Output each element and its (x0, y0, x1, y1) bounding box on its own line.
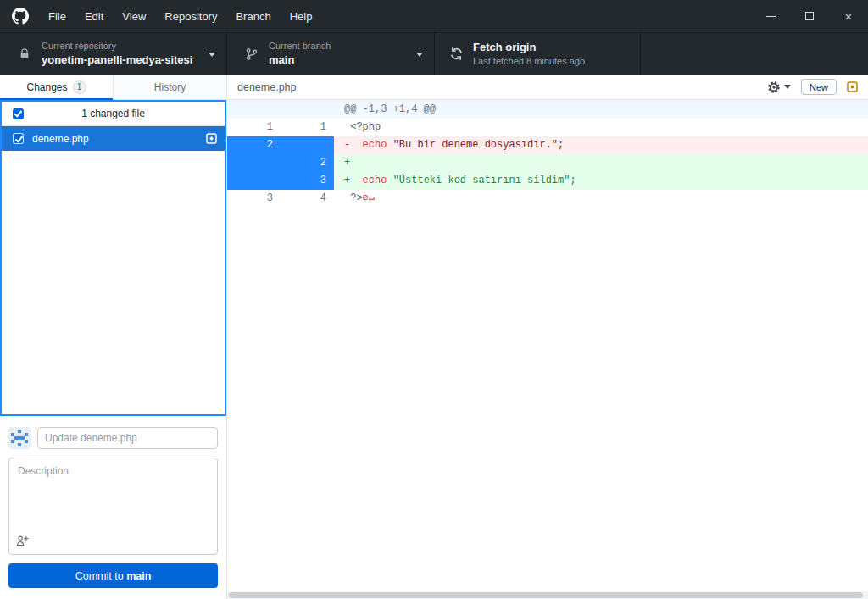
git-branch-icon (244, 47, 259, 61)
sync-icon (448, 47, 464, 61)
tab-changes-label: Changes (26, 81, 67, 93)
chevron-down-icon (209, 53, 215, 57)
menu-view[interactable]: View (113, 0, 155, 32)
modified-file-icon (847, 81, 858, 92)
horizontal-scrollbar[interactable] (227, 591, 868, 599)
new-line-number[interactable] (281, 136, 334, 154)
commit-panel: Commit to main (0, 416, 226, 599)
diff-pane: deneme.php New (227, 75, 868, 599)
hunk-header[interactable]: @@ -1,3 +1,4 @@ (227, 100, 868, 119)
menu-branch[interactable]: Branch (226, 0, 280, 32)
sidebar: Changes 1 History 1 changed file deneme.… (0, 75, 227, 599)
toolbar: Current repository yonetim-panelli-medya… (0, 32, 868, 75)
commit-button-label: Commit to (75, 570, 126, 582)
menu-help[interactable]: Help (281, 0, 322, 32)
avatar (8, 427, 31, 449)
fetch-origin-subtitle: Last fetched 8 minutes ago (473, 56, 585, 68)
diff-options-button[interactable] (767, 80, 791, 94)
code-line: + (334, 154, 868, 172)
title-bar: FileEditViewRepositoryBranchHelp × (0, 0, 868, 32)
code-line: ?>⊘↵ (334, 190, 868, 208)
modified-status-icon (206, 133, 217, 144)
fetch-origin-title: Fetch origin (473, 41, 585, 54)
file-list-empty-area[interactable] (2, 151, 225, 414)
minimize-icon (766, 16, 776, 17)
tab-changes[interactable]: Changes 1 (0, 75, 114, 99)
diff-line[interactable]: 2+ (227, 154, 868, 172)
fetch-origin-button[interactable]: Fetch origin Last fetched 8 minutes ago (435, 33, 641, 75)
current-repository-name: yonetim-panelli-medya-sitesi (42, 53, 192, 67)
current-repository-button[interactable]: Current repository yonetim-panelli-medya… (0, 33, 227, 75)
code-line: + echo "Üstteki kod satırını sildim"; (334, 172, 868, 190)
diff-line[interactable]: 11 <?php (227, 119, 868, 136)
diff-line[interactable]: 2- echo "Bu bir deneme dosyasıdır."; (227, 136, 868, 154)
changed-file-row[interactable]: deneme.php (2, 126, 225, 151)
commit-summary-input[interactable] (37, 427, 218, 449)
old-line-number[interactable]: 1 (227, 119, 281, 136)
lock-icon (17, 47, 32, 60)
current-branch-label: Current branch (269, 41, 331, 53)
menu-edit[interactable]: Edit (75, 0, 113, 32)
gear-icon (767, 80, 781, 94)
old-line-number[interactable]: 3 (227, 190, 281, 208)
code-line: - echo "Bu bir deneme dosyasıdır."; (334, 136, 868, 154)
diff-lines: 11 <?php2- echo "Bu bir deneme dosyasıdı… (227, 119, 868, 208)
window-controls: × (751, 0, 868, 32)
old-line-number[interactable] (227, 172, 281, 190)
close-icon: × (845, 10, 853, 23)
current-branch-name: main (269, 53, 331, 67)
new-line-number[interactable]: 2 (281, 154, 334, 172)
menu-bar: FileEditViewRepositoryBranchHelp (39, 0, 321, 32)
changes-count-badge: 1 (73, 80, 86, 94)
new-line-number[interactable]: 4 (281, 190, 334, 208)
code-line: <?php (334, 119, 868, 136)
commit-description-input[interactable] (8, 458, 218, 555)
new-line-number[interactable]: 3 (281, 172, 334, 190)
close-button[interactable]: × (829, 0, 868, 32)
github-logo-icon (12, 8, 29, 25)
old-line-number[interactable]: 2 (227, 136, 281, 154)
diff-view: @@ -1,3 +1,4 @@ 11 <?php2- echo "Bu bir … (227, 100, 868, 599)
file-name: deneme.php (32, 133, 206, 145)
current-repository-label: Current repository (42, 41, 192, 53)
add-coauthor-icon[interactable] (16, 535, 29, 547)
content-area: Changes 1 History 1 changed file deneme.… (0, 75, 868, 599)
chevron-down-icon (416, 53, 423, 57)
changes-list: 1 changed file deneme.php (0, 100, 226, 416)
changes-list-header: 1 changed file (2, 102, 225, 126)
scrollbar-thumb[interactable] (229, 592, 863, 598)
new-badge-button[interactable]: New (801, 79, 837, 95)
current-branch-button[interactable]: Current branch main (227, 33, 435, 75)
minimize-button[interactable] (751, 0, 790, 32)
file-checkbox[interactable] (13, 133, 24, 144)
diff-file-title: deneme.php (237, 81, 297, 93)
new-line-number[interactable]: 1 (281, 119, 334, 136)
commit-button[interactable]: Commit to main (8, 563, 218, 588)
diff-line[interactable]: 34 ?>⊘↵ (227, 190, 868, 208)
menu-file[interactable]: File (39, 0, 75, 32)
chevron-down-icon (784, 85, 791, 89)
diff-header: deneme.php New (227, 75, 868, 100)
changed-files-summary: 1 changed file (2, 108, 225, 119)
tab-history[interactable]: History (114, 75, 226, 99)
tab-history-label: History (154, 81, 186, 93)
diff-line[interactable]: 3+ echo "Üstteki kod satırını sildim"; (227, 172, 868, 190)
maximize-button[interactable] (790, 0, 829, 32)
menu-repository[interactable]: Repository (155, 0, 226, 32)
old-line-number[interactable] (227, 154, 281, 172)
sidebar-tabs: Changes 1 History (0, 75, 226, 100)
commit-button-branch: main (126, 570, 151, 582)
maximize-icon (805, 12, 814, 20)
app-window: FileEditViewRepositoryBranchHelp × Curre… (0, 0, 868, 599)
